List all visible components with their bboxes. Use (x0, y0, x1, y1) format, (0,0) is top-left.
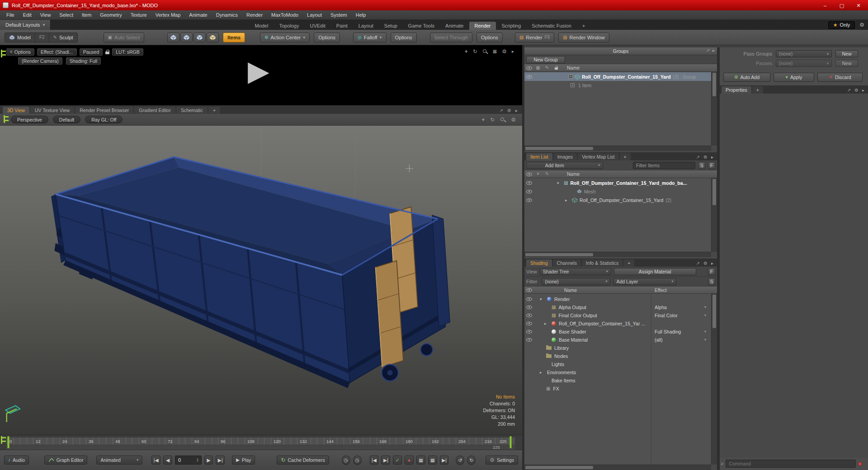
preview-camera-dropdown[interactable]: (Render Camera) (18, 57, 62, 65)
keyframe-grid-button[interactable]: ▦ (416, 456, 425, 465)
visibility-eye-icon[interactable] (526, 305, 532, 309)
pan-icon[interactable]: + (481, 117, 485, 122)
gear-icon[interactable]: ⚙ (511, 117, 516, 122)
more-icon[interactable]: ▸ (862, 88, 864, 93)
shader-row-alpha-output[interactable]: ▨ Alpha Output Alpha ▾ (524, 303, 711, 311)
groups-horizontal-scrollbar[interactable] (524, 146, 711, 151)
expand-toggle[interactable]: ▾ (557, 181, 561, 185)
menu-item-file[interactable]: File (6, 12, 14, 18)
timeline-range-end-marker[interactable] (509, 436, 512, 448)
add-layer-dropdown[interactable]: Add Layer ▾ (613, 278, 676, 285)
menu-item-geometry[interactable]: Geometry (100, 12, 122, 18)
shader-row-nodes[interactable]: Nodes (524, 352, 711, 360)
tab-info-statistics[interactable]: Info & Statistics (582, 259, 623, 267)
zoom-icon[interactable] (482, 49, 488, 54)
zoom-icon[interactable] (500, 117, 505, 122)
visibility-eye-icon[interactable] (526, 313, 532, 317)
item-row[interactable]: ▸ Roll_Off_Dumpster_Container_15_Yard (2… (524, 196, 711, 204)
menu-item-system[interactable]: System (330, 12, 347, 18)
menu-item-edit[interactable]: Edit (23, 12, 32, 18)
groups-vertical-scrollbar[interactable] (711, 72, 717, 146)
minimize-button[interactable]: – (818, 1, 832, 9)
add-tab-button[interactable]: + (620, 153, 631, 160)
filter-button[interactable]: F (708, 268, 715, 275)
gear-icon[interactable]: ⚙ (507, 108, 511, 113)
tab-render-preset-browser[interactable]: Render Preset Browser (75, 107, 133, 114)
visibility-eye-icon[interactable] (526, 189, 532, 193)
polygons-mode-button[interactable] (193, 33, 206, 42)
layout-tab-schematic-fusion[interactable]: Schematic Fusion (527, 22, 576, 30)
render-preview-viewport[interactable]: ≡ Options Effect: (Shadi... Paused LUT: … (0, 45, 522, 105)
shader-row-final-color-output[interactable]: ▨ Final Color Output Final Color ▾ (524, 311, 711, 320)
menu-item-view[interactable]: View (40, 12, 51, 18)
key-next-button[interactable]: ▶| (381, 456, 390, 465)
expand-icon[interactable]: ↗ (847, 88, 851, 93)
playback-end-button[interactable]: ▶| (440, 456, 449, 465)
groups-panel-header[interactable]: Groups ↗ ▸ (524, 47, 717, 55)
redo-loop-button[interactable]: ↻ (467, 456, 476, 465)
viewport-thumb-marker[interactable] (4, 115, 9, 123)
groups-list[interactable]: + Roll_Off_Dumpster_Container_15_Yard (3… (524, 72, 711, 146)
visibility-eye-icon[interactable] (526, 329, 532, 334)
expand-icon[interactable]: ↗ (696, 261, 700, 266)
item-list-vertical-scrollbar[interactable] (711, 178, 717, 252)
render-window-button[interactable]: ▨ Render Window (558, 33, 609, 42)
menu-item-item[interactable]: Item (82, 12, 91, 18)
tab-properties[interactable]: Properties (722, 86, 751, 94)
dumpster-model[interactable] (51, 157, 450, 388)
preview-shading-dropdown[interactable]: Shading: Full (66, 57, 101, 65)
filter-items-input[interactable]: Filter Items (633, 162, 695, 169)
item-row[interactable]: Mesh (524, 187, 711, 196)
visibility-eye-icon[interactable] (526, 198, 532, 202)
layout-tab-setup[interactable]: Setup (379, 22, 402, 30)
frame-stepper[interactable]: ▴▾ (197, 458, 198, 462)
close-button[interactable]: ✕ (852, 1, 865, 9)
timeline-current-frame-marker[interactable] (7, 436, 9, 448)
previous-frame-button[interactable]: ◀ (163, 456, 172, 465)
search-mode-button[interactable]: S (698, 162, 705, 169)
add-item-dropdown[interactable]: Add Item ▾ (526, 162, 603, 169)
layout-tab-paint[interactable]: Paint (331, 22, 353, 30)
discard-button[interactable]: ✕ Discard (817, 73, 863, 82)
expand-toggle[interactable]: ▸ (544, 321, 549, 326)
tab-vertex-map-list[interactable]: Vertex Map List (578, 153, 618, 160)
tab-schematic[interactable]: Schematic (176, 107, 208, 114)
effect-dropdown-caret[interactable]: ▾ (704, 330, 706, 334)
expand-toggle[interactable]: + (571, 83, 575, 87)
expand-toggle[interactable]: ▸ (565, 198, 570, 202)
effect-dropdown-caret[interactable]: ▾ (704, 338, 706, 342)
gear-icon[interactable]: ⚙ (859, 22, 864, 28)
shader-row-material-group[interactable]: ▸ Roll_Off_Dumpster_Container_15_Yar ... (524, 319, 711, 328)
tab-3d-view[interactable]: 3D View (3, 107, 29, 114)
shading-vertical-scrollbar[interactable] (711, 294, 717, 465)
filter-mode-button[interactable]: F (708, 162, 715, 169)
menu-item-dynamics[interactable]: Dynamics (216, 12, 238, 18)
shader-row-lights[interactable]: Lights (524, 360, 711, 368)
pan-icon[interactable]: + (465, 49, 468, 54)
tab-item-list[interactable]: Item List (526, 153, 552, 160)
layout-tab-animate[interactable]: Animate (440, 22, 468, 30)
auto-key-button[interactable]: ✓ (393, 456, 402, 465)
gear-icon[interactable]: ⚙ (703, 261, 708, 266)
preview-paused-button[interactable]: Paused (80, 48, 103, 56)
audio-button[interactable]: ♪ Audio (4, 456, 29, 465)
pass-groups-dropdown[interactable]: (none) ▾ (776, 50, 832, 57)
gear-icon[interactable]: ⚙ (703, 155, 708, 160)
model-mode-button[interactable]: Model (5, 33, 35, 42)
graph-editor-button[interactable]: Graph Editor (44, 456, 88, 465)
expand-icon[interactable]: ↗ (696, 155, 700, 160)
visibility-eye-icon[interactable] (526, 75, 532, 79)
new-group-button[interactable]: New Group (526, 56, 565, 63)
menu-item-maxtomodo[interactable]: MaxToModo (271, 12, 298, 18)
visibility-eye-icon[interactable] (526, 297, 532, 301)
layout-tab-model[interactable]: Model (250, 22, 273, 30)
tab-shading[interactable]: Shading (526, 259, 552, 267)
filter-dropdown[interactable]: (none) ▾ (542, 278, 610, 285)
play-button[interactable]: ▶ Play (232, 456, 255, 465)
effect-dropdown-caret[interactable]: ▾ (704, 306, 706, 309)
menu-item-help[interactable]: Help (356, 12, 366, 18)
visibility-eye-icon[interactable] (526, 338, 532, 342)
more-icon[interactable]: ▸ (712, 48, 715, 53)
item-row[interactable]: ▾ ▨ Roll_Off_Dumpster_Container_15_Yard_… (524, 179, 711, 187)
layout-tab-game-tools[interactable]: Game Tools (403, 22, 440, 30)
